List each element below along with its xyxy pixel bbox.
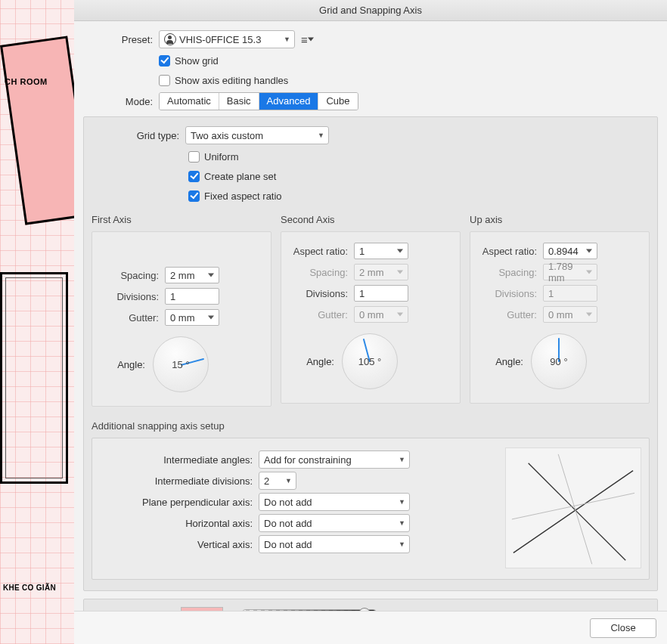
intermediate-angles-combo[interactable]: Add for constraining▼ xyxy=(259,450,410,469)
axis-first: First AxisSpacing:2 mmDivisions:1Gutter:… xyxy=(92,214,271,407)
bg-bottom-label: KHE CO GIÃN xyxy=(3,584,56,592)
divisions-field[interactable]: 1 xyxy=(354,285,408,302)
background-floorplan: CH ROOM KHE CO GIÃN xyxy=(0,0,74,644)
spacing-field: 2 mm xyxy=(354,264,408,280)
axis-up: Up axisAspect ratio:0.8944Spacing:1.789 … xyxy=(470,214,650,407)
gutter-field[interactable]: 0 mm xyxy=(165,309,219,326)
close-button[interactable]: Close xyxy=(590,618,656,638)
svg-line-2 xyxy=(512,493,634,519)
show-handles-checkbox[interactable]: Show axis editing handles xyxy=(159,73,288,88)
dialog-title: Grid and Snapping Axis xyxy=(74,0,667,21)
mode-advanced[interactable]: Advanced xyxy=(259,93,319,110)
axis-title: First Axis xyxy=(92,214,271,225)
divisions-field[interactable]: 1 xyxy=(165,288,219,305)
mode-basic[interactable]: Basic xyxy=(219,93,259,110)
chevron-down-icon: ▼ xyxy=(318,132,324,139)
uniform-checkbox[interactable]: Uniform xyxy=(188,149,239,164)
axis-second: Second AxisAspect ratio:1Spacing:2 mmDiv… xyxy=(281,214,461,407)
bg-room-label: CH ROOM xyxy=(5,77,48,86)
gutter-field: 0 mm xyxy=(354,306,408,323)
vertical-axis-combo[interactable]: Do not add▼ xyxy=(259,535,410,553)
horizontal-axis-combo[interactable]: Do not add▼ xyxy=(259,514,410,532)
svg-line-3 xyxy=(558,454,591,564)
svg-line-0 xyxy=(513,471,633,553)
mode-automatic[interactable]: Automatic xyxy=(160,93,219,110)
svg-line-1 xyxy=(529,463,626,561)
show-grid-checkbox[interactable]: Show grid xyxy=(159,53,219,68)
aspect-field[interactable]: 0.8944 xyxy=(543,243,597,259)
gridtype-value: Two axis custom xyxy=(191,130,263,141)
show-grid-label: Show grid xyxy=(175,55,219,67)
fixed-aspect-checkbox[interactable]: Fixed aspect ratio xyxy=(188,188,282,203)
preset-menu-icon[interactable]: ≡ xyxy=(301,33,314,46)
mode-label: Mode: xyxy=(95,96,159,107)
preset-label: Preset: xyxy=(95,34,159,45)
mode-cube[interactable]: Cube xyxy=(318,93,357,110)
gridtype-combo[interactable]: Two axis custom ▼ xyxy=(185,126,329,144)
chevron-down-icon: ▼ xyxy=(284,36,290,43)
dialog: Grid and Snapping Axis Preset: VHIS-0FFI… xyxy=(74,0,667,644)
plane-perpendicular-combo[interactable]: Do not add▼ xyxy=(259,493,410,511)
snapping-preview xyxy=(505,447,641,568)
divisions-field: 1 xyxy=(543,285,597,302)
aspect-field[interactable]: 1 xyxy=(354,243,408,259)
axis-title: Up axis xyxy=(470,214,650,225)
spacing-field: 1.789 mm xyxy=(543,264,597,280)
spacing-field[interactable]: 2 mm xyxy=(165,267,219,283)
gutter-field: 0 mm xyxy=(543,306,597,323)
show-handles-label: Show axis editing handles xyxy=(175,75,288,86)
mode-segmented: Automatic Basic Advanced Cube xyxy=(159,92,358,110)
gridtype-label: Grid type: xyxy=(113,130,185,141)
intermediate-divisions-combo[interactable]: 2▼ xyxy=(259,472,296,490)
axis-title: Second Axis xyxy=(281,214,461,225)
preset-combo[interactable]: VHIS-0FFICE 15.3 ▼ xyxy=(159,30,295,48)
create-plane-checkbox[interactable]: Create plane set xyxy=(188,169,276,184)
additional-title: Additional snapping axis setup xyxy=(92,420,650,432)
gridlines-opacity-slider[interactable] xyxy=(241,609,377,611)
dialog-footer: Close xyxy=(74,611,667,644)
preset-value: VHIS-0FFICE 15.3 xyxy=(179,34,261,45)
user-icon xyxy=(164,33,176,45)
